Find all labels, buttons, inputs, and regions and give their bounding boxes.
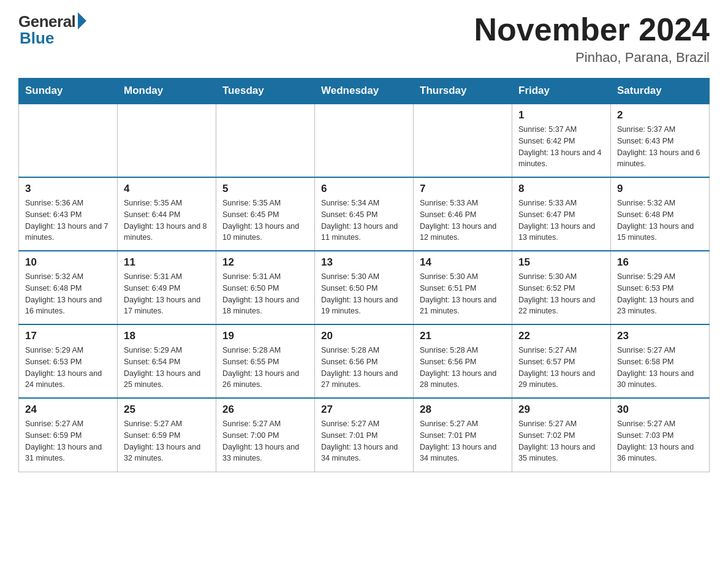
day-info: Sunrise: 5:27 AM Sunset: 7:03 PM Dayligh… [617,418,703,464]
calendar-cell: 7Sunrise: 5:33 AM Sunset: 6:46 PM Daylig… [414,177,512,251]
day-number: 12 [222,256,308,269]
day-info: Sunrise: 5:32 AM Sunset: 6:48 PM Dayligh… [617,197,703,243]
calendar-cell: 16Sunrise: 5:29 AM Sunset: 6:53 PM Dayli… [611,251,710,324]
day-info: Sunrise: 5:35 AM Sunset: 6:45 PM Dayligh… [222,197,308,243]
day-number: 20 [321,330,407,342]
day-info: Sunrise: 5:36 AM Sunset: 6:43 PM Dayligh… [25,197,111,243]
day-info: Sunrise: 5:27 AM Sunset: 6:58 PM Dayligh… [617,345,703,391]
calendar-cell [19,104,118,177]
day-number: 29 [518,404,604,416]
day-number: 1 [518,109,604,121]
calendar-cell [216,104,315,177]
day-info: Sunrise: 5:27 AM Sunset: 7:02 PM Dayligh… [518,418,604,464]
day-number: 22 [518,330,604,342]
day-info: Sunrise: 5:35 AM Sunset: 6:44 PM Dayligh… [124,197,210,243]
day-info: Sunrise: 5:29 AM Sunset: 6:53 PM Dayligh… [617,271,703,317]
calendar-cell: 12Sunrise: 5:31 AM Sunset: 6:50 PM Dayli… [216,251,315,324]
calendar-cell: 23Sunrise: 5:27 AM Sunset: 6:58 PM Dayli… [611,324,710,398]
calendar-week-row: 3Sunrise: 5:36 AM Sunset: 6:43 PM Daylig… [19,177,710,251]
day-number: 4 [124,183,210,195]
day-info: Sunrise: 5:33 AM Sunset: 6:47 PM Dayligh… [518,197,604,243]
calendar-cell [118,104,216,177]
day-number: 21 [420,330,506,342]
calendar-cell: 28Sunrise: 5:27 AM Sunset: 7:01 PM Dayli… [414,398,512,472]
calendar-table: SundayMondayTuesdayWednesdayThursdayFrid… [18,78,710,472]
day-info: Sunrise: 5:32 AM Sunset: 6:48 PM Dayligh… [25,271,111,317]
calendar-cell: 18Sunrise: 5:29 AM Sunset: 6:54 PM Dayli… [118,324,216,398]
day-info: Sunrise: 5:30 AM Sunset: 6:52 PM Dayligh… [518,271,604,317]
calendar-cell: 20Sunrise: 5:28 AM Sunset: 6:56 PM Dayli… [315,324,414,398]
calendar-header-row: SundayMondayTuesdayWednesdayThursdayFrid… [19,79,710,104]
day-number: 7 [420,183,506,195]
day-number: 30 [617,404,703,416]
day-info: Sunrise: 5:28 AM Sunset: 6:55 PM Dayligh… [222,345,308,391]
day-number: 27 [321,404,407,416]
day-info: Sunrise: 5:28 AM Sunset: 6:56 PM Dayligh… [321,345,407,391]
day-info: Sunrise: 5:29 AM Sunset: 6:53 PM Dayligh… [25,345,111,391]
day-info: Sunrise: 5:37 AM Sunset: 6:42 PM Dayligh… [518,124,604,170]
day-number: 2 [617,109,703,121]
calendar-cell: 13Sunrise: 5:30 AM Sunset: 6:50 PM Dayli… [315,251,414,324]
day-header-thursday: Thursday [414,79,512,104]
day-header-wednesday: Wednesday [315,79,414,104]
calendar-cell: 14Sunrise: 5:30 AM Sunset: 6:51 PM Dayli… [414,251,512,324]
day-number: 25 [124,404,210,416]
day-info: Sunrise: 5:30 AM Sunset: 6:51 PM Dayligh… [420,271,506,317]
calendar-cell: 4Sunrise: 5:35 AM Sunset: 6:44 PM Daylig… [118,177,216,251]
calendar-cell: 27Sunrise: 5:27 AM Sunset: 7:01 PM Dayli… [315,398,414,472]
day-header-sunday: Sunday [19,79,118,104]
day-number: 10 [25,256,111,269]
title-section: November 2024 Pinhao, Parana, Brazil [474,12,710,66]
calendar-cell: 22Sunrise: 5:27 AM Sunset: 6:57 PM Dayli… [512,324,611,398]
day-info: Sunrise: 5:37 AM Sunset: 6:43 PM Dayligh… [617,124,703,170]
day-info: Sunrise: 5:27 AM Sunset: 6:57 PM Dayligh… [518,345,604,391]
day-number: 28 [420,404,506,416]
calendar-week-row: 10Sunrise: 5:32 AM Sunset: 6:48 PM Dayli… [19,251,710,324]
calendar-cell [315,104,414,177]
day-number: 16 [617,256,703,269]
day-number: 6 [321,183,407,195]
day-header-friday: Friday [512,79,611,104]
day-number: 23 [617,330,703,342]
calendar-cell: 19Sunrise: 5:28 AM Sunset: 6:55 PM Dayli… [216,324,315,398]
day-number: 26 [222,404,308,416]
day-number: 17 [25,330,111,342]
logo: General Blue [18,12,86,48]
month-title: November 2024 [474,12,710,47]
calendar-cell: 5Sunrise: 5:35 AM Sunset: 6:45 PM Daylig… [216,177,315,251]
day-header-saturday: Saturday [611,79,710,104]
calendar-cell: 29Sunrise: 5:27 AM Sunset: 7:02 PM Dayli… [512,398,611,472]
day-info: Sunrise: 5:29 AM Sunset: 6:54 PM Dayligh… [124,345,210,391]
day-info: Sunrise: 5:31 AM Sunset: 6:49 PM Dayligh… [124,271,210,317]
calendar-cell: 1Sunrise: 5:37 AM Sunset: 6:42 PM Daylig… [512,104,611,177]
day-number: 3 [25,183,111,195]
logo-arrow-icon [78,12,86,29]
calendar-cell: 21Sunrise: 5:28 AM Sunset: 6:56 PM Dayli… [414,324,512,398]
day-info: Sunrise: 5:31 AM Sunset: 6:50 PM Dayligh… [222,271,308,317]
logo-blue-text: Blue [20,29,54,48]
calendar-cell: 8Sunrise: 5:33 AM Sunset: 6:47 PM Daylig… [512,177,611,251]
day-info: Sunrise: 5:30 AM Sunset: 6:50 PM Dayligh… [321,271,407,317]
day-number: 5 [222,183,308,195]
calendar-cell: 11Sunrise: 5:31 AM Sunset: 6:49 PM Dayli… [118,251,216,324]
day-number: 19 [222,330,308,342]
day-info: Sunrise: 5:27 AM Sunset: 7:01 PM Dayligh… [420,418,506,464]
day-number: 9 [617,183,703,195]
location-subtitle: Pinhao, Parana, Brazil [474,50,710,66]
day-info: Sunrise: 5:27 AM Sunset: 6:59 PM Dayligh… [124,418,210,464]
calendar-cell: 30Sunrise: 5:27 AM Sunset: 7:03 PM Dayli… [611,398,710,472]
calendar-cell [414,104,512,177]
calendar-cell: 26Sunrise: 5:27 AM Sunset: 7:00 PM Dayli… [216,398,315,472]
calendar-cell: 10Sunrise: 5:32 AM Sunset: 6:48 PM Dayli… [19,251,118,324]
calendar-cell: 17Sunrise: 5:29 AM Sunset: 6:53 PM Dayli… [19,324,118,398]
day-number: 11 [124,256,210,269]
calendar-cell: 25Sunrise: 5:27 AM Sunset: 6:59 PM Dayli… [118,398,216,472]
calendar-cell: 2Sunrise: 5:37 AM Sunset: 6:43 PM Daylig… [611,104,710,177]
day-header-tuesday: Tuesday [216,79,315,104]
calendar-cell: 24Sunrise: 5:27 AM Sunset: 6:59 PM Dayli… [19,398,118,472]
day-info: Sunrise: 5:28 AM Sunset: 6:56 PM Dayligh… [420,345,506,391]
day-number: 15 [518,256,604,269]
day-info: Sunrise: 5:34 AM Sunset: 6:45 PM Dayligh… [321,197,407,243]
day-number: 13 [321,256,407,269]
day-number: 18 [124,330,210,342]
